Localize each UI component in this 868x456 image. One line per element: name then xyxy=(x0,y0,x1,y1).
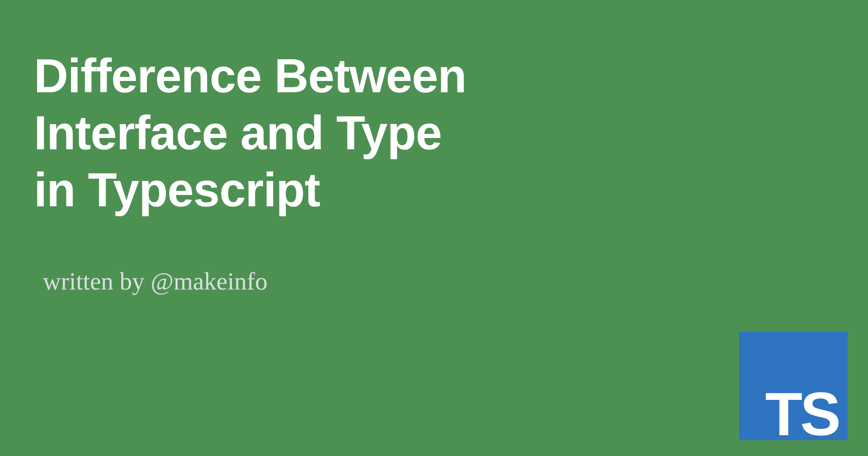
typescript-logo-text: TS xyxy=(765,384,839,445)
author-byline: written by @makeinfo xyxy=(43,267,268,295)
article-title: Difference Between Interface and Type in… xyxy=(34,48,466,218)
title-line-2: Interface and Type xyxy=(34,106,442,159)
typescript-logo-icon: TS xyxy=(739,332,848,440)
title-line-1: Difference Between xyxy=(34,49,466,102)
title-line-3: in Typescript xyxy=(34,163,320,216)
